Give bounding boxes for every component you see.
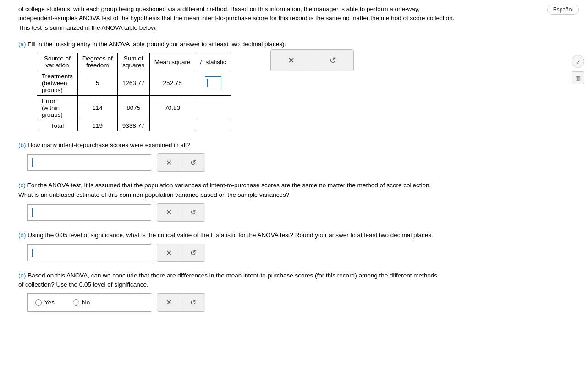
part-d-section: (d) Using the 0.05 level of significance… xyxy=(18,231,522,262)
part-b-clear-button[interactable]: ✕ xyxy=(157,154,181,171)
table-row-total: Total 119 9338.77 xyxy=(37,120,231,131)
df-total: 119 xyxy=(77,120,117,131)
calculator-icon[interactable]: ▦ xyxy=(572,71,584,84)
source-error: Error(withingroups) xyxy=(37,96,78,120)
f-total xyxy=(195,120,231,131)
ms-treatments: 252.75 xyxy=(149,71,195,96)
intro-text: of college students, with each group bei… xyxy=(18,5,522,33)
part-c-action-buttons: ✕ ↺ xyxy=(157,203,205,222)
table-row-treatments: Treatments(betweengroups) 5 1263.77 252.… xyxy=(37,71,231,96)
part-c-answer-row: ✕ ↺ xyxy=(27,203,522,222)
part-d-action-buttons: ✕ ↺ xyxy=(157,244,205,262)
source-total: Total xyxy=(37,120,78,131)
part-b-input[interactable] xyxy=(27,154,151,171)
radio-yes-text: Yes xyxy=(44,299,55,306)
part-e-reset-button[interactable]: ↺ xyxy=(181,294,205,311)
help-icon[interactable]: ? xyxy=(572,55,584,68)
radio-yes[interactable] xyxy=(35,299,42,306)
ss-treatments: 1263.77 xyxy=(117,71,149,96)
anova-table: Source ofvariation Degrees offreedom Sum… xyxy=(37,53,231,131)
f-stat-input[interactable] xyxy=(205,76,221,90)
f-error xyxy=(195,96,231,120)
part-c-clear-button[interactable]: ✕ xyxy=(157,204,181,221)
part-c-input[interactable] xyxy=(27,204,151,221)
ss-error: 8075 xyxy=(117,96,149,120)
radio-yes-label[interactable]: Yes xyxy=(35,299,55,306)
part-e-section: (e) Based on this ANOVA, can we conclude… xyxy=(18,271,522,312)
ms-error: 70.83 xyxy=(149,96,195,120)
part-d-input[interactable] xyxy=(27,244,151,261)
col-header-ss: Sum ofsquares xyxy=(117,53,149,71)
part-e-clear-button[interactable]: ✕ xyxy=(157,294,181,311)
col-header-f: F statistic xyxy=(195,53,231,71)
part-e-action-buttons: ✕ ↺ xyxy=(157,293,205,312)
radio-no-label[interactable]: No xyxy=(73,299,90,306)
ms-total xyxy=(149,120,195,131)
part-b-action-buttons: ✕ ↺ xyxy=(157,153,205,172)
part-e-label: (e) Based on this ANOVA, can we conclude… xyxy=(18,271,522,290)
col-header-df: Degrees offreedom xyxy=(77,53,117,71)
part-e-radio-group: Yes No xyxy=(27,293,151,312)
radio-no[interactable] xyxy=(73,299,79,306)
part-b-label: (b) How many intent-to-purchase scores w… xyxy=(18,141,522,150)
part-c-reset-button[interactable]: ↺ xyxy=(181,204,205,221)
part-d-answer-row: ✕ ↺ xyxy=(27,244,522,262)
part-c-label: (c) For the ANOVA test, it is assumed th… xyxy=(18,181,522,200)
part-b-section: (b) How many intent-to-purchase scores w… xyxy=(18,141,522,172)
table-reset-button[interactable]: ↺ xyxy=(312,50,353,71)
part-b-answer-row: ✕ ↺ xyxy=(27,153,522,172)
ss-total: 9338.77 xyxy=(117,120,149,131)
df-error: 114 xyxy=(77,96,117,120)
espanol-button[interactable]: Español xyxy=(547,5,579,15)
part-c-section: (c) For the ANOVA test, it is assumed th… xyxy=(18,181,522,222)
part-a-label: (a) Fill in the missing entry in the ANO… xyxy=(18,40,522,49)
part-e-answer-row: Yes No ✕ ↺ xyxy=(27,293,522,312)
part-d-reset-button[interactable]: ↺ xyxy=(181,244,205,261)
col-header-source: Source ofvariation xyxy=(37,53,78,71)
source-treatments: Treatments(betweengroups) xyxy=(37,71,78,96)
f-treatments xyxy=(195,71,231,96)
part-d-label: (d) Using the 0.05 level of significance… xyxy=(18,231,522,240)
part-b-reset-button[interactable]: ↺ xyxy=(181,154,205,171)
part-a-section: (a) Fill in the missing entry in the ANO… xyxy=(18,40,522,131)
sidebar-icons: ? ▦ xyxy=(572,55,584,84)
part-d-clear-button[interactable]: ✕ xyxy=(157,244,181,261)
table-row-error: Error(withingroups) 114 8075 70.83 xyxy=(37,96,231,120)
radio-no-text: No xyxy=(82,299,90,306)
table-action-buttons: ✕ ↺ xyxy=(270,49,354,71)
table-clear-button[interactable]: ✕ xyxy=(271,50,312,71)
df-treatments: 5 xyxy=(77,71,117,96)
col-header-ms: Mean square xyxy=(149,53,195,71)
